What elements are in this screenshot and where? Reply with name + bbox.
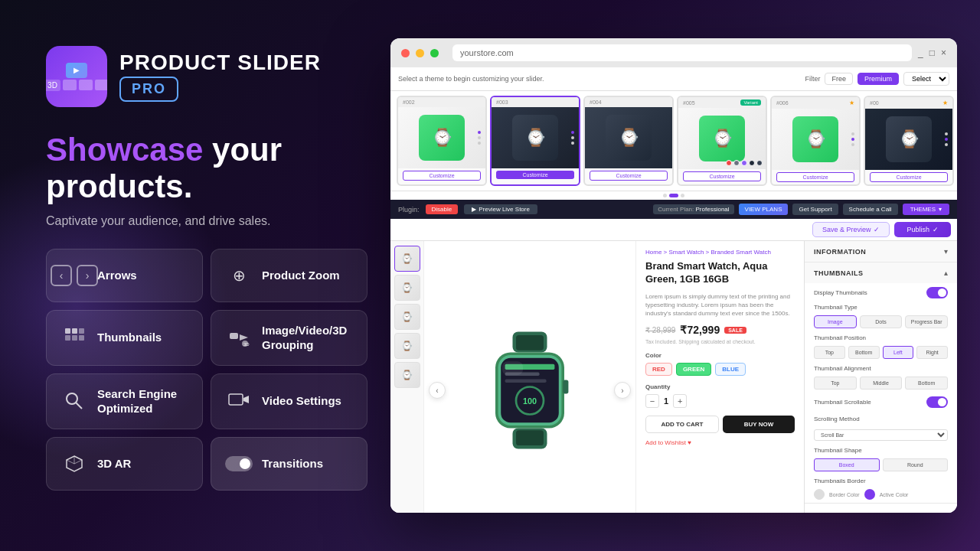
- theme-thumb-004[interactable]: #004 ⌚ Customize: [583, 96, 674, 186]
- customize-002-btn[interactable]: Customize: [403, 171, 481, 181]
- border-options: Border Color Active Color: [805, 486, 957, 503]
- thumb-item-4[interactable]: ⌚: [394, 333, 420, 359]
- feature-btn-arrows[interactable]: ‹ › Arrows: [46, 249, 203, 302]
- logo-thumb-3: [95, 80, 107, 90]
- customize-006-btn[interactable]: Customize: [776, 172, 854, 182]
- pos-top[interactable]: Top: [814, 346, 845, 359]
- align-top[interactable]: Top: [814, 377, 857, 390]
- feature-btn-video[interactable]: Video Settings: [211, 373, 368, 429]
- pos-bottom[interactable]: Bottom: [848, 346, 880, 359]
- customize-004-btn[interactable]: Customize: [590, 171, 668, 181]
- pos-left[interactable]: Left: [883, 346, 914, 359]
- svg-rect-6: [230, 333, 238, 339]
- support-btn[interactable]: Get Support: [792, 204, 838, 215]
- logo-thumb-2: [79, 80, 93, 90]
- dots-006: [851, 132, 854, 146]
- add-to-cart-btn[interactable]: ADD TO CART: [645, 416, 719, 433]
- product-info: Home > Smart Watch > Branded Smart Watch…: [635, 241, 804, 513]
- theme-004-body: ⌚: [585, 107, 672, 168]
- svg-rect-29: [563, 380, 568, 394]
- qty-plus-btn[interactable]: +: [673, 394, 687, 408]
- filter-free-btn[interactable]: Free: [825, 73, 853, 85]
- thumbnails-header[interactable]: THUMBNAILS ▴: [805, 262, 957, 283]
- pg-dot-2[interactable]: [669, 194, 678, 197]
- theme-005-label: #005: [683, 100, 695, 106]
- themes-btn[interactable]: THEMES ▾: [903, 204, 949, 215]
- active-color-dot[interactable]: [864, 489, 875, 500]
- feature-btn-3dar[interactable]: 3D AR: [46, 437, 203, 491]
- customize-005-btn[interactable]: Customize: [683, 171, 761, 181]
- feature-btn-transitions[interactable]: Transitions: [211, 437, 368, 491]
- shape-boxed[interactable]: Boxed: [814, 458, 880, 471]
- theme-thumb-005[interactable]: #005 Variant ⌚ Customize: [677, 96, 767, 186]
- feature-btn-grouping[interactable]: 3D Image/Video/3D Grouping: [211, 310, 368, 366]
- theme-thumb-003[interactable]: #003 ⌚ Customize: [490, 96, 580, 186]
- scrollable-toggle[interactable]: [926, 396, 948, 408]
- admin-bar: Plugin: Disable ▶ Preview Live Store Cur…: [390, 200, 957, 219]
- qty-minus-btn[interactable]: −: [645, 394, 659, 408]
- feature-btn-zoom[interactable]: ⊕ Product Zoom: [211, 249, 368, 302]
- grouping-icon: 3D: [225, 324, 253, 351]
- theme-thumb-007[interactable]: #00 ★ ⌚ Customize: [864, 96, 954, 186]
- thumbnails-title: THUMBNAILS: [814, 269, 864, 277]
- plugin-label: Plugin:: [398, 206, 420, 214]
- star-badge-007: ★: [942, 99, 948, 106]
- publish-btn[interactable]: Publish ✓: [894, 222, 951, 237]
- type-dots[interactable]: Dots: [860, 315, 903, 328]
- color-red-btn[interactable]: RED: [645, 363, 672, 376]
- color-swatch-purple: [741, 160, 747, 166]
- pg-dot-3[interactable]: [681, 194, 684, 197]
- pg-dot-1[interactable]: [663, 194, 667, 197]
- headline-subtext: Captivate your audience, and drive sales…: [46, 212, 368, 230]
- align-bottom[interactable]: Bottom: [905, 377, 948, 390]
- customize-007-btn[interactable]: Customize: [870, 172, 948, 182]
- disable-btn[interactable]: Disable: [426, 204, 459, 214]
- color-green-btn[interactable]: GREEN: [676, 363, 711, 376]
- view-plans-btn[interactable]: VIEW PLANS: [739, 204, 789, 215]
- scrolling-select[interactable]: Scroll Bar: [814, 429, 948, 441]
- arrows-icon: ‹ ›: [60, 262, 88, 289]
- check-icon: ✓: [874, 226, 880, 233]
- customize-003-btn[interactable]: Customize: [496, 171, 574, 179]
- dot2: [945, 138, 948, 141]
- admin-right-controls: Current Plan: Professional VIEW PLANS Ge…: [653, 204, 949, 215]
- display-thumbnails-toggle[interactable]: [926, 287, 948, 298]
- theme-thumb-002[interactable]: #002 ⌚ Customize: [397, 96, 487, 186]
- thumbnails-section: THUMBNAILS ▴ Display Thumbnails Thumbnai…: [805, 262, 957, 504]
- pos-right[interactable]: Right: [916, 346, 948, 359]
- save-preview-btn[interactable]: Save & Preview ✓: [812, 222, 890, 237]
- color-blue-btn[interactable]: BLUE: [715, 363, 746, 376]
- scrolling-select-wrapper: Scroll Bar: [805, 426, 957, 445]
- thumb-item-1[interactable]: ⌚: [394, 246, 420, 272]
- thumbnails-icon: [60, 324, 88, 351]
- information-header[interactable]: INFORMATION ▾: [805, 241, 957, 262]
- svg-line-11: [77, 403, 83, 409]
- thumb-item-2[interactable]: ⌚: [394, 275, 420, 301]
- buy-now-btn[interactable]: BUY NOW: [723, 416, 795, 433]
- align-middle[interactable]: Middle: [860, 377, 903, 390]
- browser-icons: _ □ ×: [918, 47, 946, 58]
- logo-area: 3D PRODUCT SLIDER PRO: [46, 46, 368, 107]
- svg-marker-13: [243, 396, 249, 403]
- preview-live-btn[interactable]: ▶ Preview Live Store: [464, 204, 537, 214]
- schedule-call-btn[interactable]: Schedule a Call: [843, 204, 898, 215]
- border-color-dot[interactable]: [814, 489, 825, 500]
- type-image[interactable]: Image: [814, 315, 857, 328]
- theme-005-body: ⌚: [678, 108, 766, 169]
- filter-premium-btn[interactable]: Premium: [858, 73, 899, 85]
- next-arrow-btn[interactable]: ›: [614, 382, 631, 399]
- theme-007-footer: Customize: [865, 170, 952, 184]
- thumb-item-3[interactable]: ⌚: [394, 304, 420, 330]
- theme-select-dropdown[interactable]: Select: [903, 72, 949, 86]
- type-progress-bar[interactable]: Progress Bar: [905, 315, 948, 328]
- theme-thumb-006[interactable]: #006 ★ ⌚ Customize: [770, 96, 861, 186]
- prev-arrow-btn[interactable]: ‹: [429, 382, 446, 399]
- thumb-item-5[interactable]: ⌚: [394, 362, 420, 388]
- scrollable-row: Thumbnail Scrollable: [805, 393, 957, 412]
- feature-btn-thumbnails[interactable]: Thumbnails: [46, 310, 203, 366]
- shape-round[interactable]: Round: [883, 458, 949, 471]
- dot3: [478, 142, 481, 145]
- check-icon-publish: ✓: [933, 226, 939, 233]
- browser-address-bar: yourstore.com: [452, 44, 912, 61]
- feature-btn-seo[interactable]: Search Engine Optimized: [46, 373, 203, 429]
